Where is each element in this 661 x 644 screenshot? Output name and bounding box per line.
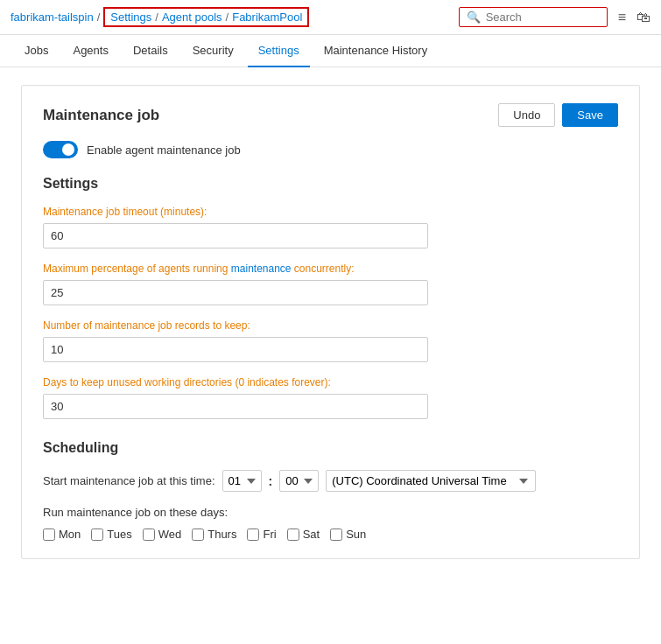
search-icon: 🔍 <box>467 10 481 24</box>
checkbox-thurs[interactable] <box>192 528 204 541</box>
card-actions: Undo Save <box>498 103 618 127</box>
tab-settings[interactable]: Settings <box>248 35 310 67</box>
scheduling-section-title: Scheduling <box>43 440 618 456</box>
bag-icon[interactable]: 🛍 <box>636 10 650 25</box>
day-item-tues: Tues <box>91 528 131 541</box>
label-sat: Sat <box>303 528 320 541</box>
card-header: Maintenance job Undo Save <box>43 103 618 127</box>
hour-select[interactable]: 01 02 03 <box>222 470 262 492</box>
undo-button[interactable]: Undo <box>498 103 555 127</box>
toggle-thumb <box>62 144 74 156</box>
checkbox-sat[interactable] <box>287 528 299 541</box>
field-days-keep-input[interactable] <box>43 394 428 419</box>
settings-section-title: Settings <box>43 176 618 192</box>
main-content: Maintenance job Undo Save Enable agent m… <box>0 67 661 577</box>
day-item-sun: Sun <box>330 528 366 541</box>
field-max-percent-input[interactable] <box>43 280 428 305</box>
tab-security[interactable]: Security <box>182 35 244 67</box>
save-button[interactable]: Save <box>562 103 618 127</box>
label-tues: Tues <box>107 528 131 541</box>
card-title: Maintenance job <box>43 107 159 124</box>
search-box[interactable]: 🔍 <box>459 7 608 27</box>
field-records: Number of maintenance job records to kee… <box>43 319 618 362</box>
header: fabrikam-tailspin / Settings / Agent poo… <box>0 0 661 35</box>
tab-jobs[interactable]: Jobs <box>14 35 59 67</box>
checkbox-tues[interactable] <box>91 528 103 541</box>
maintenance-card: Maintenance job Undo Save Enable agent m… <box>21 85 640 559</box>
breadcrumb-sep3: / <box>226 10 229 24</box>
nav-tabs: Jobs Agents Details Security Settings Ma… <box>0 35 661 67</box>
field-days-keep: Days to keep unused working directories … <box>43 376 618 419</box>
field-records-input[interactable] <box>43 337 428 362</box>
field-records-label: Number of maintenance job records to kee… <box>43 319 618 332</box>
checkbox-sun[interactable] <box>330 528 342 541</box>
timezone-select[interactable]: (UTC) Coordinated Universal Time (UTC+05… <box>326 470 536 492</box>
label-wed: Wed <box>158 528 182 541</box>
label-sun: Sun <box>346 528 366 541</box>
breadcrumb-box: Settings / Agent pools / FabrikamPool <box>103 7 309 27</box>
list-icon[interactable]: ≡ <box>618 10 626 25</box>
field-max-percent-label: Maximum percentage of agents running mai… <box>43 262 618 275</box>
breadcrumb-org[interactable]: fabrikam-tailspin <box>11 10 94 24</box>
day-item-wed: Wed <box>143 528 182 541</box>
breadcrumb-sep2: / <box>155 10 158 24</box>
search-input[interactable] <box>486 10 600 24</box>
minute-select[interactable]: 00 15 30 45 <box>279 470 319 492</box>
toggle-row: Enable agent maintenance job <box>43 141 618 158</box>
label-fri: Fri <box>263 528 276 541</box>
time-label: Start maintenance job at this time: <box>43 474 215 487</box>
tab-details[interactable]: Details <box>123 35 179 67</box>
breadcrumb-pool[interactable]: FabrikamPool <box>232 10 302 24</box>
checkbox-mon[interactable] <box>43 528 55 541</box>
colon: : <box>269 474 273 488</box>
header-right: 🔍 ≡ 🛍 <box>459 7 650 27</box>
day-item-fri: Fri <box>247 528 276 541</box>
day-item-mon: Mon <box>43 528 81 541</box>
checkbox-wed[interactable] <box>143 528 155 541</box>
breadcrumb-settings[interactable]: Settings <box>110 10 151 24</box>
checkbox-fri[interactable] <box>247 528 259 541</box>
toggle-label: Enable agent maintenance job <box>87 144 241 157</box>
breadcrumb-sep1: / <box>97 10 101 24</box>
field-max-percent: Maximum percentage of agents running mai… <box>43 262 618 305</box>
breadcrumb-agent-pools[interactable]: Agent pools <box>162 10 222 24</box>
day-item-sat: Sat <box>287 528 320 541</box>
field-timeout-label: Maintenance job timeout (minutes): <box>43 206 618 218</box>
breadcrumb: fabrikam-tailspin / Settings / Agent poo… <box>11 7 309 27</box>
field-days-keep-label: Days to keep unused working directories … <box>43 376 618 388</box>
field-timeout-input[interactable] <box>43 223 428 248</box>
scheduling-section: Scheduling Start maintenance job at this… <box>43 440 618 541</box>
field-timeout: Maintenance job timeout (minutes): <box>43 206 618 248</box>
days-label: Run maintenance job on these days: <box>43 506 618 519</box>
enable-toggle[interactable] <box>43 141 78 158</box>
day-item-thurs: Thurs <box>192 528 236 541</box>
tab-maintenance-history[interactable]: Maintenance History <box>313 35 439 67</box>
time-row: Start maintenance job at this time: 01 0… <box>43 470 618 492</box>
label-thurs: Thurs <box>207 528 236 541</box>
label-mon: Mon <box>59 528 81 541</box>
tab-agents[interactable]: Agents <box>62 35 118 67</box>
days-row: Mon Tues Wed Thurs Fri <box>43 528 618 541</box>
